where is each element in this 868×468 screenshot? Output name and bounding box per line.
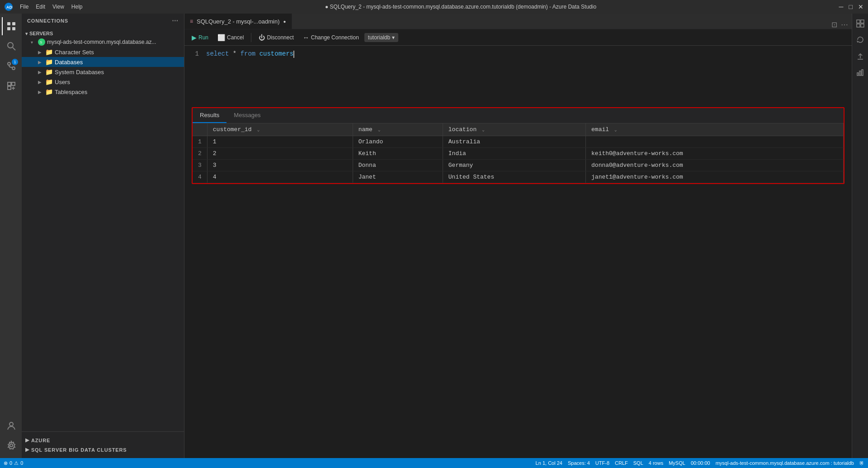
server-type-text: MySQL — [669, 460, 685, 466]
folder-icon: 📁 — [45, 58, 53, 66]
sidebar-item-character-sets[interactable]: ▶ 📁 Character Sets — [22, 47, 184, 57]
cell-email: keith0@adventure-works.com — [586, 148, 844, 160]
code-line-1: select * from customers — [206, 49, 852, 59]
sidebar-item-tablespaces[interactable]: ▶ 📁 Tablespaces — [22, 87, 184, 97]
svg-rect-19 — [857, 24, 860, 27]
folder-icon: 📁 — [45, 78, 53, 85]
status-rows: 4 rows — [649, 460, 663, 466]
results-table: customer_id ⌄ name ⌄ location ⌄ email — [193, 123, 844, 183]
database-selector[interactable]: tutorialdb ▾ — [364, 33, 398, 42]
svg-line-7 — [13, 47, 15, 50]
folder-icon: 📁 — [45, 48, 53, 56]
spaces-text: Spaces: 4 — [568, 460, 590, 466]
col-email[interactable]: email ⌄ — [586, 123, 844, 136]
cell-location: United States — [443, 171, 585, 183]
svg-text:S: S — [40, 40, 42, 44]
table-row: 1 1 Orlando Australia — [193, 136, 844, 148]
remote-icon: ⛨ — [859, 460, 864, 466]
chart-panel-icon[interactable] — [854, 66, 867, 79]
sort-icon: ⌄ — [614, 128, 617, 132]
more-actions-icon[interactable]: ⋯ — [841, 20, 848, 29]
error-count: 0 — [9, 460, 12, 466]
cell-name: Donna — [353, 160, 443, 171]
menu-edit[interactable]: Edit — [36, 4, 45, 10]
row-num: 4 — [193, 171, 207, 183]
sql-cluster-label: SQL SERVER BIG DATA CLUSTERS — [31, 447, 127, 453]
code-editor[interactable]: 1 select * from customers — [184, 46, 852, 100]
activity-bar: 1 — [0, 14, 22, 458]
col-customer-id[interactable]: customer_id ⌄ — [207, 123, 353, 136]
tab-label: SQLQuery_2 - mysql-...oadmin) — [197, 18, 280, 25]
tab-messages[interactable]: Messages — [226, 108, 268, 123]
databases-label: Databases — [55, 59, 83, 66]
char-sets-label: Character Sets — [55, 49, 94, 56]
tab-results[interactable]: Results — [193, 108, 226, 123]
svg-rect-20 — [861, 24, 864, 27]
status-encoding[interactable]: UTF-8 — [595, 460, 609, 466]
dashboard-panel-icon[interactable] — [854, 17, 867, 30]
servers-section: ▾ SERVERS ▾ S mysql-ads-test-common.mysq… — [22, 28, 184, 99]
titlebar-left: ADS File Edit View Help — [5, 3, 83, 11]
activity-extensions[interactable] — [2, 77, 20, 95]
activity-connections[interactable] — [2, 17, 20, 35]
status-bar: ⊗ 0 ⚠ 0 Ln 1, Col 24 Spaces: 4 UTF-8 CRL… — [0, 458, 868, 468]
col-location[interactable]: location ⌄ — [443, 123, 585, 136]
status-connection[interactable]: mysql-ads-test-common.mysql.database.azu… — [716, 460, 854, 466]
menu-view[interactable]: View — [52, 4, 64, 10]
database-name: tutorialdb — [368, 34, 390, 41]
tab-db-icon: ≡ — [190, 18, 193, 24]
toolbar-separator — [251, 33, 251, 42]
activity-accounts[interactable] — [2, 416, 20, 435]
servers-title: SERVERS — [29, 31, 53, 36]
activity-settings[interactable] — [2, 436, 20, 454]
col-name[interactable]: name ⌄ — [353, 123, 443, 136]
azure-section[interactable]: ▶ AZURE — [22, 435, 184, 445]
sidebar-header: CONNECTIONS ⋯ — [22, 14, 184, 28]
svg-point-14 — [10, 444, 13, 447]
sidebar-more-icon[interactable]: ⋯ — [172, 17, 179, 24]
close-button[interactable]: ✕ — [858, 3, 863, 10]
minimize-button[interactable]: ─ — [839, 3, 844, 10]
menu-file[interactable]: File — [20, 4, 28, 10]
change-connection-button[interactable]: ↔ Change Connection — [299, 33, 363, 43]
status-language[interactable]: SQL — [633, 460, 643, 466]
status-line-ending[interactable]: CRLF — [615, 460, 628, 466]
servers-label[interactable]: ▾ SERVERS — [22, 30, 184, 37]
active-tab[interactable]: ≡ SQLQuery_2 - mysql-...oadmin) ● — [184, 14, 292, 29]
menu-help[interactable]: Help — [71, 4, 83, 10]
sidebar-item-system-databases[interactable]: ▶ 📁 System Databases — [22, 67, 184, 77]
run-button[interactable]: ▶ Run — [188, 33, 212, 43]
code-content: select * from customers — [206, 49, 852, 96]
results-panel: Results Messages customer_id ⌄ name ⌄ — [192, 107, 844, 184]
sql-cluster-section[interactable]: ▶ SQL SERVER BIG DATA CLUSTERS — [22, 445, 184, 454]
change-connection-label: Change Connection — [311, 34, 359, 41]
split-editor-icon[interactable]: ⊡ — [831, 20, 837, 29]
cancel-button[interactable]: ⬜ Cancel — [214, 33, 247, 43]
sidebar-item-users[interactable]: ▶ 📁 Users — [22, 77, 184, 87]
line-ending-text: CRLF — [615, 460, 628, 466]
activity-search[interactable] — [2, 37, 20, 55]
rows-text: 4 rows — [649, 460, 663, 466]
sidebar-item-databases[interactable]: ▶ 📁 Databases — [22, 57, 184, 67]
users-label: Users — [55, 79, 70, 85]
cell-name: Keith — [353, 148, 443, 160]
status-position[interactable]: Ln 1, Col 24 — [536, 460, 562, 466]
server-connection[interactable]: ▾ S mysql-ads-test-common.mysql.database… — [22, 37, 184, 47]
language-text: SQL — [633, 460, 643, 466]
sort-icon: ⌄ — [257, 128, 259, 132]
status-spaces[interactable]: Spaces: 4 — [568, 460, 590, 466]
run-icon: ▶ — [192, 34, 197, 41]
cell-customer-id: 3 — [207, 160, 353, 171]
upload-panel-icon[interactable] — [854, 50, 867, 62]
svg-rect-17 — [857, 20, 860, 23]
activity-source-control[interactable]: 1 — [2, 57, 20, 75]
maximize-button[interactable]: □ — [849, 3, 853, 10]
server-status-icon: S — [38, 38, 45, 46]
cell-email — [586, 136, 844, 148]
refresh-panel-icon[interactable] — [854, 33, 867, 46]
tablespaces-label: Tablespaces — [55, 89, 87, 95]
disconnect-button[interactable]: ⏻ Disconnect — [255, 33, 297, 43]
cell-customer-id: 2 — [207, 148, 353, 160]
status-errors[interactable]: ⊗ 0 ⚠ 0 — [4, 460, 23, 466]
status-server-type: MySQL — [669, 460, 685, 466]
